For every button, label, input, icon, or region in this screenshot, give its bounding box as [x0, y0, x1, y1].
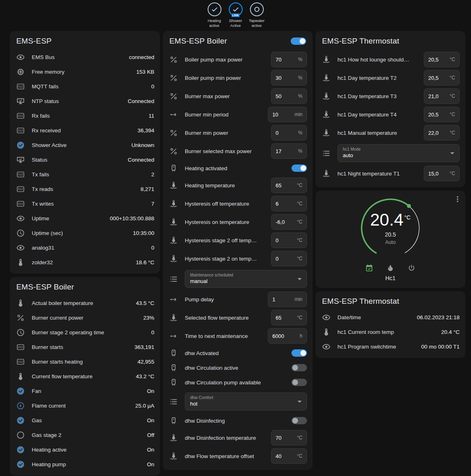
number-input[interactable]: 30%: [271, 70, 307, 86]
row-zolder32[interactable]: zolder3218.6 °C: [10, 255, 160, 270]
row-time-to-next-maintenance[interactable]: Time to next maintenance6000h: [163, 327, 313, 344]
toggle-switch[interactable]: [291, 349, 307, 357]
row-hysteresis-on-temperature[interactable]: Hysteresis on temperature-6,0°C: [163, 213, 313, 230]
thermostat-dial[interactable]: 20.4°C 20.5 Auto: [356, 194, 425, 262]
row-boiler-pump-max-power[interactable]: Boiler pump max power70%: [163, 51, 313, 68]
row-tx-writes[interactable]: 012Tx writes7: [10, 196, 160, 211]
row-selected-flow-temperature[interactable]: Selected flow temperature65°C: [163, 309, 313, 326]
number-input[interactable]: 6°C: [271, 196, 307, 211]
row-analog31[interactable]: analog310: [10, 240, 160, 255]
row-hysteresis-stage-2-off-temp[interactable]: Hysteresis stage 2 off temp…0°C: [163, 232, 313, 249]
number-input[interactable]: 65°C: [271, 310, 307, 325]
select-hc1-mode[interactable]: hc1 Modeauto: [337, 144, 460, 162]
row-burner-starts-heating[interactable]: 012Burner starts heating42,955: [10, 354, 160, 369]
row-gas-stage-2[interactable]: Gas stage 2Off: [10, 428, 160, 442]
row-heating-activated[interactable]: Heating activated: [163, 161, 313, 175]
row-dhw-circulation-active[interactable]: dhw Circulation active: [163, 360, 313, 375]
row-burner-selected-max-power[interactable]: Burner selected max power17%: [163, 143, 313, 160]
row-hc1-day-temperature-t3[interactable]: hc1 Day temperature T321,0°C: [315, 88, 465, 105]
toggle-switch[interactable]: [291, 364, 307, 371]
toggle-switch[interactable]: [291, 417, 307, 424]
row-pump-delay[interactable]: Pump delay1min: [163, 291, 313, 308]
number-input[interactable]: 50%: [271, 88, 307, 104]
mode-heat-button[interactable]: [385, 262, 396, 274]
glance-shower-active[interactable]: LINK Shower Active: [226, 2, 245, 28]
row-gas[interactable]: GasOn: [10, 413, 160, 428]
row-hysteresis-stage-2-on-temp[interactable]: Hysteresis stage 2 on temp…0°C: [163, 250, 313, 267]
number-input[interactable]: 20,5°C: [424, 70, 460, 86]
number-input[interactable]: 70°C: [271, 430, 307, 445]
row-boiler-pump-min-power[interactable]: Boiler pump min power30%: [163, 69, 313, 86]
row-uptime-sec[interactable]: Uptime (sec)10:35:00: [10, 226, 160, 240]
number-input[interactable]: 40°C: [271, 448, 307, 464]
row-flame-current[interactable]: Flame current25.0 µA: [10, 398, 160, 413]
row-free-memory[interactable]: Free memory153 KB: [10, 64, 160, 79]
row-rx-received[interactable]: 012Rx received36,394: [10, 123, 160, 138]
number-input[interactable]: 6000h: [268, 328, 307, 344]
number-input[interactable]: 0°C: [271, 233, 307, 248]
number-input[interactable]: 10min: [268, 107, 307, 122]
row-date-time[interactable]: Date/time06.02.2023 21:18: [315, 310, 465, 325]
row-dhw-disinfecting[interactable]: dhw Disinfecting: [163, 413, 313, 428]
row-ntp-status[interactable]: NTP statusConnected: [10, 94, 160, 108]
row-dhw-circulation-pump-available[interactable]: dhw Circulation pump available: [163, 375, 313, 390]
number-input[interactable]: 70%: [271, 52, 307, 67]
number-input[interactable]: 22,0°C: [424, 125, 460, 140]
row-hc1-night-temperature-t1[interactable]: hc1 Night temperature T115,0°C: [315, 165, 465, 182]
row-burner-min-power[interactable]: Burner min power0%: [163, 124, 313, 141]
row-hc1-current-room-temp[interactable]: hc1 Current room temp20.4 °C: [315, 325, 465, 339]
row-burner-stage-2-operating-time[interactable]: Burner stage 2 operating time0: [10, 325, 160, 340]
row-hc1-manual-temperature[interactable]: hc1 Manual temperature22,0°C: [315, 124, 465, 141]
row-burner-min-period[interactable]: Burner min period10min: [163, 106, 313, 123]
number-input[interactable]: -6,0°C: [271, 214, 307, 230]
row-current-flow-temperature[interactable]: Current flow temperature43.2 °C: [10, 369, 160, 384]
toggle-switch[interactable]: [291, 165, 307, 172]
number-input[interactable]: 15,0°C: [424, 166, 460, 181]
row-hc1-program-switchtime[interactable]: hc1 Program switchtime00 mo 00:00 T1: [315, 339, 465, 354]
glance-tapwater-active[interactable]: Tapwater active: [247, 2, 267, 28]
row-dhw-disinfection-temperature[interactable]: dhw Disinfection temperature70°C: [163, 429, 313, 446]
select-maintenance-scheduled[interactable]: Maintenance scheduledmanual: [185, 270, 307, 288]
row-heating-temperature[interactable]: Heating temperature65°C: [163, 177, 313, 194]
toggle-switch[interactable]: [291, 379, 307, 386]
row-burner-current-power[interactable]: Burner current power23%: [10, 310, 160, 325]
number-input[interactable]: 20,5°C: [424, 52, 460, 67]
row-maintenance-scheduled[interactable]: Maintenance scheduledmanual: [163, 269, 313, 289]
number-input[interactable]: 1min: [268, 292, 307, 307]
row-hc1-day-temperature-t4[interactable]: hc1 Day temperature T420,5°C: [315, 106, 465, 123]
row-burner-starts[interactable]: 012Burner starts363,191: [10, 340, 160, 354]
number-input[interactable]: 17%: [271, 143, 307, 159]
row-mqtt-fails[interactable]: 012MQTT fails0: [10, 79, 160, 94]
row-heating-active[interactable]: Heating activeOn: [10, 442, 160, 457]
row-hc1-mode[interactable]: hc1 Modeauto: [315, 143, 465, 163]
row-actual-boiler-temperature[interactable]: Actual boiler temperature43.5 °C: [10, 296, 160, 310]
more-options-icon[interactable]: [453, 195, 462, 205]
card-toggle-switch[interactable]: [291, 37, 306, 45]
row-tx-reads[interactable]: 012Tx reads8,271: [10, 182, 160, 196]
row-dhw-comfort[interactable]: dhw Comforthot: [163, 391, 313, 412]
row-dhw-flow-temperature-offset[interactable]: dhw Flow temperature offset40°C: [163, 447, 313, 465]
row-hc1-how-hot-lounge-should[interactable]: hc1 How hot lounge should…20,5°C: [315, 51, 465, 68]
row-fan[interactable]: FanOn: [10, 384, 160, 398]
row-status[interactable]: StatusConnected: [10, 152, 160, 167]
row-burner-max-power[interactable]: Burner max power50%: [163, 88, 313, 105]
row-dhw-activated[interactable]: dhw Activated: [163, 346, 313, 360]
number-input[interactable]: 0°C: [271, 251, 307, 266]
row-tx-fails[interactable]: 012Tx fails2: [10, 167, 160, 182]
row-shower-active[interactable]: Shower ActiveUnknown: [10, 138, 160, 152]
row-value: 153 KB: [136, 69, 154, 75]
row-uptime[interactable]: Uptime000+10:35:00.888: [10, 211, 160, 226]
number-input[interactable]: 20,5°C: [424, 107, 460, 122]
number-input[interactable]: 65°C: [271, 178, 307, 193]
number-input[interactable]: 0%: [271, 125, 307, 140]
select-dhw-comfort[interactable]: dhw Comforthot: [185, 393, 307, 410]
mode-off-button[interactable]: [406, 262, 417, 274]
row-rx-fails[interactable]: 012Rx fails11: [10, 108, 160, 123]
mode-auto-button[interactable]: [364, 262, 375, 274]
glance-heating-active[interactable]: Heating active: [205, 2, 224, 28]
row-ems-bus[interactable]: EMS Busconnected: [10, 50, 160, 64]
row-heating-pump[interactable]: Heating pumpOn: [10, 457, 160, 472]
row-hc1-day-temperature-t2[interactable]: hc1 Day temperature T220,5°C: [315, 69, 465, 86]
number-input[interactable]: 21,0°C: [424, 88, 460, 104]
row-hysteresis-off-temperature[interactable]: Hysteresis off temperature6°C: [163, 195, 313, 212]
